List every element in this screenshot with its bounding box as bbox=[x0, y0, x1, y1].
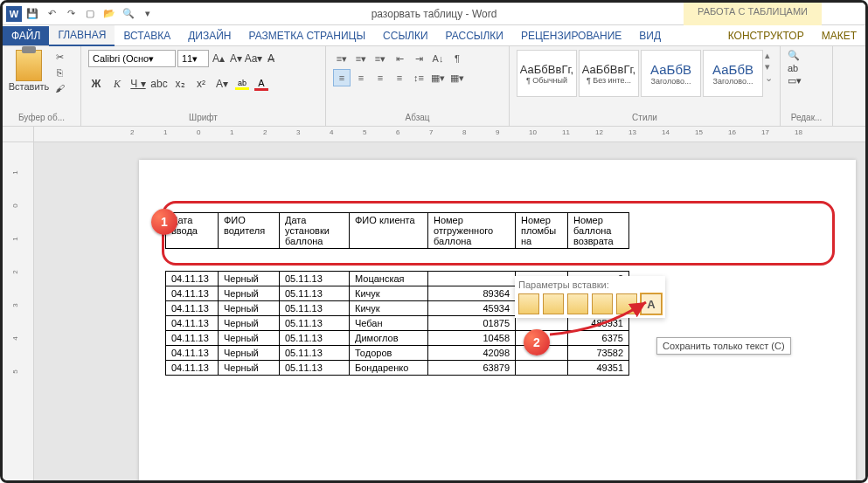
table-cell[interactable]: Черный bbox=[219, 301, 280, 316]
table-row[interactable]: 04.11.13Черный05.11.13Бондаренко63879493… bbox=[166, 361, 629, 376]
table-cell[interactable]: 01875 bbox=[428, 316, 516, 331]
table-cell[interactable]: 04.11.13 bbox=[166, 361, 219, 376]
shading-icon[interactable]: ▦▾ bbox=[429, 69, 447, 86]
table-cell[interactable]: Черный bbox=[219, 316, 280, 331]
table-cell[interactable]: 05.11.13 bbox=[280, 331, 350, 346]
table-cell[interactable]: 04.11.13 bbox=[166, 346, 219, 361]
table-cell[interactable]: 05.11.13 bbox=[280, 361, 350, 376]
table-cell[interactable]: 73582 bbox=[568, 346, 629, 361]
change-case-icon[interactable]: Aa▾ bbox=[246, 51, 261, 66]
page-canvas[interactable]: Дата вводаФИО водителяДата установки бал… bbox=[34, 142, 865, 483]
table-cell[interactable]: Бондаренко bbox=[350, 361, 428, 376]
tab-insert[interactable]: ВСТАВКА bbox=[115, 26, 179, 45]
tab-review[interactable]: РЕЦЕНЗИРОВАНИЕ bbox=[512, 26, 630, 45]
font-size-combo[interactable]: 11 ▾ bbox=[177, 50, 209, 67]
table-cell[interactable] bbox=[428, 272, 516, 286]
table-cell[interactable]: 04.11.13 bbox=[166, 286, 219, 301]
table-row[interactable]: 04.11.13Черный05.11.13Чебан01875485931 bbox=[166, 316, 629, 331]
format-painter-icon[interactable]: 🖌 bbox=[52, 81, 67, 95]
print-preview-icon[interactable]: 🔍 bbox=[120, 5, 137, 23]
table-cell[interactable]: Моцанская bbox=[350, 272, 428, 286]
underline-button[interactable]: Ч ▾ bbox=[130, 76, 146, 92]
styles-up-icon[interactable]: ▴ bbox=[765, 50, 773, 61]
tab-file[interactable]: ФАЙЛ bbox=[3, 26, 49, 45]
copy-icon[interactable]: ⎘ bbox=[52, 66, 67, 79]
paste-option-keep-source-icon[interactable] bbox=[518, 293, 539, 314]
save-icon[interactable]: 💾 bbox=[24, 5, 41, 23]
table-cell[interactable]: 05.11.13 bbox=[280, 286, 350, 301]
horizontal-ruler[interactable]: 210123456789101112131415161718 bbox=[34, 127, 865, 141]
tab-mailings[interactable]: РАССЫЛКИ bbox=[437, 26, 512, 45]
sort-icon[interactable]: A↓ bbox=[429, 50, 447, 67]
font-color-button[interactable]: A bbox=[254, 78, 268, 91]
style-normal[interactable]: АаБбВвГг, ¶ Обычный bbox=[517, 50, 577, 97]
align-left-icon[interactable]: ≡ bbox=[333, 69, 351, 86]
table-cell[interactable]: Тодоров bbox=[350, 346, 428, 361]
multilevel-icon[interactable]: ≡▾ bbox=[372, 50, 389, 67]
new-doc-icon[interactable]: ▢ bbox=[81, 5, 99, 23]
style-nospacing[interactable]: АаБбВвГг, ¶ Без инте... bbox=[579, 50, 639, 97]
cut-icon[interactable]: ✂ bbox=[52, 50, 67, 64]
table-header-cell[interactable]: ФИО клиента bbox=[350, 213, 428, 249]
table-row[interactable]: 04.11.13Черный05.11.13Тодоров4209873582 bbox=[166, 346, 629, 361]
redo-icon[interactable]: ↷ bbox=[62, 5, 80, 23]
paste-button[interactable]: Вставить bbox=[10, 50, 48, 92]
show-marks-icon[interactable]: ¶ bbox=[448, 50, 466, 67]
table-cell[interactable] bbox=[516, 361, 568, 376]
line-spacing-icon[interactable]: ↕≡ bbox=[410, 69, 427, 86]
table-cell[interactable]: Кичук bbox=[350, 286, 428, 301]
table-header-cell[interactable]: ФИО водителя bbox=[219, 213, 280, 249]
indent-right-icon[interactable]: ⇥ bbox=[410, 50, 427, 67]
table-cell[interactable]: 42098 bbox=[428, 346, 516, 361]
highlight-button[interactable]: ab bbox=[235, 79, 249, 90]
paste-option-merge-icon[interactable] bbox=[543, 293, 564, 314]
styles-down-icon[interactable]: ▾ bbox=[765, 61, 773, 72]
table-cell[interactable]: 485931 bbox=[568, 316, 629, 331]
table-cell[interactable]: 05.11.13 bbox=[280, 272, 350, 286]
table-cell[interactable]: 89364 bbox=[428, 286, 516, 301]
vertical-ruler[interactable]: 1012345 bbox=[3, 142, 34, 483]
table-header-cell[interactable]: Дата установки баллона bbox=[280, 213, 350, 249]
bullets-icon[interactable]: ≡▾ bbox=[333, 50, 351, 67]
strike-button[interactable]: abc bbox=[151, 76, 167, 92]
grow-font-icon[interactable]: A▴ bbox=[211, 51, 226, 66]
table-header-cell[interactable]: Номер отгруженного баллона bbox=[428, 213, 516, 249]
shrink-font-icon[interactable]: A▾ bbox=[228, 51, 244, 66]
table-cell[interactable] bbox=[516, 316, 568, 331]
tab-layout[interactable]: РАЗМЕТКА СТРАНИЦЫ bbox=[240, 26, 375, 45]
table-cell[interactable]: Черный bbox=[219, 361, 280, 376]
replace-icon[interactable]: ab bbox=[788, 63, 798, 73]
table-cell[interactable]: 04.11.13 bbox=[166, 301, 219, 316]
paste-option-nest-icon[interactable] bbox=[567, 293, 588, 314]
tab-table-design[interactable]: КОНСТРУКТОР bbox=[719, 26, 813, 45]
numbering-icon[interactable]: ≡▾ bbox=[352, 50, 370, 67]
table-cell[interactable]: 05.11.13 bbox=[280, 316, 350, 331]
table-cell[interactable]: Чебан bbox=[350, 316, 428, 331]
table-cell[interactable]: 63879 bbox=[428, 361, 516, 376]
tab-design[interactable]: ДИЗАЙН bbox=[179, 26, 240, 45]
font-name-combo[interactable]: Calibri (Осно ▾ bbox=[88, 50, 176, 67]
paste-option-overwrite-icon[interactable] bbox=[616, 293, 637, 314]
borders-icon[interactable]: ▦▾ bbox=[448, 69, 466, 86]
tab-home[interactable]: ГЛАВНАЯ bbox=[49, 25, 115, 46]
style-heading2[interactable]: АаБбВ Заголово... bbox=[703, 50, 763, 97]
open-icon[interactable]: 📂 bbox=[101, 5, 118, 23]
table-cell[interactable]: 10458 bbox=[428, 331, 516, 346]
table-cell[interactable]: 04.11.13 bbox=[166, 272, 219, 286]
align-center-icon[interactable]: ≡ bbox=[352, 69, 370, 86]
qat-dropdown-icon[interactable]: ▾ bbox=[139, 5, 156, 23]
text-effects-icon[interactable]: A▾ bbox=[214, 76, 230, 92]
table-cell[interactable]: Димоглов bbox=[350, 331, 428, 346]
table-row[interactable]: 04.11.13Черный05.11.13Димоглов104586375 bbox=[166, 331, 629, 346]
find-icon[interactable]: 🔍 bbox=[788, 50, 800, 61]
italic-button[interactable]: К bbox=[109, 76, 125, 92]
table-cell[interactable]: Кичук bbox=[350, 301, 428, 316]
paste-option-grid-icon[interactable] bbox=[592, 293, 613, 314]
align-right-icon[interactable]: ≡ bbox=[372, 69, 389, 86]
table-cell[interactable]: Черный bbox=[219, 346, 280, 361]
table-cell[interactable]: 05.11.13 bbox=[280, 301, 350, 316]
tab-references[interactable]: ССЫЛКИ bbox=[374, 26, 436, 45]
table-cell[interactable]: Черный bbox=[219, 286, 280, 301]
table-cell[interactable]: 49351 bbox=[568, 361, 629, 376]
table-cell[interactable]: 45934 bbox=[428, 301, 516, 316]
